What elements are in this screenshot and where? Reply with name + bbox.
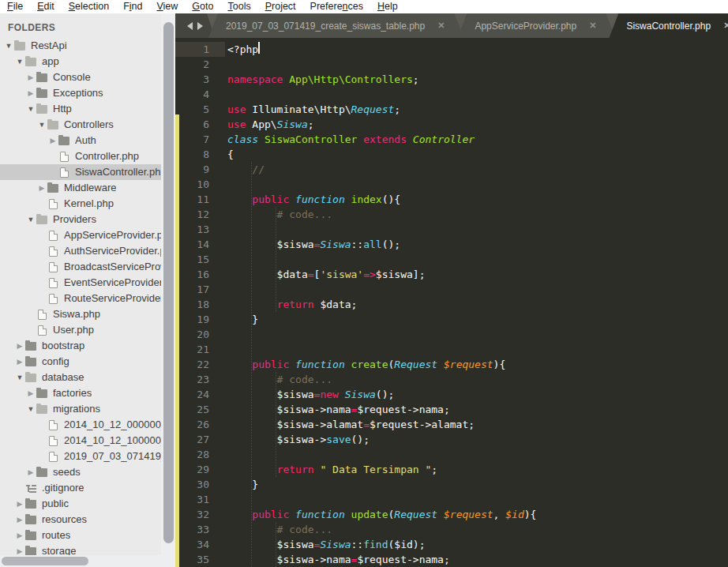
tree-expand-icon[interactable]: ▶	[14, 338, 25, 354]
tab-siswacontroller-php[interactable]: SiswaController.php✕	[609, 13, 728, 38]
code-line[interactable]: 21	[175, 342, 728, 357]
sidebar-file-siswacontroller-php[interactable]: SiswaController.php	[0, 164, 161, 180]
sidebar-folder-http[interactable]: ▼Http	[0, 101, 161, 117]
code-line[interactable]: 9 //	[175, 162, 728, 177]
menu-item-preferences[interactable]: Preferences	[303, 0, 370, 13]
menu-item-find[interactable]: Find	[116, 0, 149, 13]
code-line[interactable]: 4	[175, 87, 728, 102]
tab-scroll-left-icon[interactable]	[187, 22, 193, 30]
code-line[interactable]: 25 $siswa->nama=$request->nama;	[175, 402, 728, 417]
code-line[interactable]: 6use App\Siswa;	[175, 117, 728, 132]
sidebar-folder-bootstrap[interactable]: ▶bootstrap	[0, 338, 161, 354]
sidebar-file-appserviceprovider-php[interactable]: AppServiceProvider.php	[0, 227, 161, 243]
tab-2019-07-03-071419-create-siswas-table-php[interactable]: 2019_07_03_071419_create_siswas_table.ph…	[208, 13, 463, 38]
sidebar-folder-auth[interactable]: ▶Auth	[0, 133, 161, 148]
code-line[interactable]: 7class SiswaController extends Controlle…	[175, 132, 728, 147]
code-line[interactable]: 34 $siswa=Siswa::find($id);	[175, 537, 728, 552]
tree-collapse-icon[interactable]: ▼	[14, 54, 25, 69]
code-line[interactable]: 35 $siswa->nama=$request->nama;	[175, 552, 728, 567]
code-line[interactable]: 31	[175, 492, 728, 507]
code-line[interactable]: 18 return $data;	[175, 297, 728, 312]
sidebar-file-2014-10-12-100000-cre[interactable]: 2014_10_12_100000_cre	[0, 433, 161, 449]
sidebar-horizontal-scrollbar-track[interactable]	[0, 555, 161, 567]
code-line[interactable]: 17	[175, 282, 728, 297]
sidebar-file-2014-10-12-000000-cre[interactable]: 2014_10_12_000000_cre	[0, 417, 161, 433]
tree-expand-icon[interactable]: ▶	[25, 69, 36, 85]
sidebar-folder-config[interactable]: ▶config	[0, 354, 161, 370]
sidebar-folder-database[interactable]: ▼database	[0, 370, 161, 385]
code-line[interactable]: 12 # code...	[175, 207, 728, 222]
sidebar-folder-migrations[interactable]: ▼migrations	[0, 401, 161, 417]
sidebar-file-authserviceprovider-php[interactable]: AuthServiceProvider.php	[0, 243, 161, 259]
sidebar-file-siswa-php[interactable]: Siswa.php	[0, 306, 161, 322]
sidebar-file-eventserviceprovider-php[interactable]: EventServiceProvider.php	[0, 275, 161, 291]
sidebar-folder-console[interactable]: ▶Console	[0, 69, 161, 85]
sidebar-file-2019-07-03-071419-cre[interactable]: 2019_07_03_071419_cre	[0, 449, 161, 464]
sidebar-folder-app[interactable]: ▼app	[0, 54, 161, 69]
tree-expand-icon[interactable]: ▶	[25, 464, 36, 480]
code-line[interactable]: 15	[175, 252, 728, 267]
code-line[interactable]: 33 # code...	[175, 522, 728, 537]
sidebar-file-controller-php[interactable]: Controller.php	[0, 148, 161, 164]
menu-item-help[interactable]: Help	[370, 0, 405, 13]
tree-expand-icon[interactable]: ▶	[25, 385, 36, 401]
code-line[interactable]: 23 # code...	[175, 372, 728, 387]
sidebar-file-broadcastserviceprovider-php[interactable]: BroadcastServiceProvider.php	[0, 259, 161, 275]
tree-collapse-icon[interactable]: ▼	[25, 212, 36, 227]
tree-expand-icon[interactable]: ▶	[25, 85, 36, 101]
sidebar-file--gitignore[interactable]: .gitignore	[0, 480, 161, 496]
sidebar-folder-routes[interactable]: ▶routes	[0, 528, 161, 543]
tab-close-icon[interactable]: ✕	[723, 21, 728, 31]
tab-scroll-right-icon[interactable]	[197, 22, 203, 30]
sidebar-folder-seeds[interactable]: ▶seeds	[0, 464, 161, 480]
code-line[interactable]: 11 public function index(){	[175, 192, 728, 207]
sidebar-folder-exceptions[interactable]: ▶Exceptions	[0, 85, 161, 101]
menu-item-selection[interactable]: Selection	[62, 0, 116, 13]
tree-expand-icon[interactable]: ▶	[14, 496, 25, 512]
sidebar-folder-public[interactable]: ▶public	[0, 496, 161, 512]
sidebar-horizontal-scrollbar-thumb[interactable]	[2, 557, 88, 565]
menu-item-file[interactable]: File	[0, 0, 30, 13]
code-line[interactable]: 2	[175, 57, 728, 72]
code-line[interactable]: 19 }	[175, 312, 728, 327]
code-line[interactable]: 27 $siswa->save();	[175, 432, 728, 447]
sidebar-file-user-php[interactable]: User.php	[0, 322, 161, 338]
code-line[interactable]: 10	[175, 177, 728, 192]
tree-expand-icon[interactable]: ▶	[14, 528, 25, 543]
menu-item-view[interactable]: View	[149, 0, 185, 13]
tab-close-icon[interactable]: ✕	[589, 21, 596, 31]
sidebar-folder-controllers[interactable]: ▼Controllers	[0, 117, 161, 133]
sidebar-vertical-scrollbar-track[interactable]	[161, 13, 175, 567]
tree-collapse-icon[interactable]: ▼	[36, 117, 47, 133]
code-line[interactable]: 28	[175, 447, 728, 462]
sidebar-file-kernel-php[interactable]: Kernel.php	[0, 196, 161, 212]
code-line[interactable]: 1<?php	[175, 42, 728, 57]
sidebar-folder-middleware[interactable]: ▶Middleware	[0, 180, 161, 196]
code-editor[interactable]: 1<?php23namespace App\Http\Controllers;4…	[175, 38, 728, 567]
code-line[interactable]: 29 return " Data Tersimpan ";	[175, 462, 728, 477]
sidebar-folder-resources[interactable]: ▶resources	[0, 512, 161, 528]
menu-item-tools[interactable]: Tools	[220, 0, 257, 13]
sidebar-folder-factories[interactable]: ▶factories	[0, 385, 161, 401]
code-line[interactable]: 5use Illuminate\Http\Request;	[175, 102, 728, 117]
code-line[interactable]: 14 $siswa=Siswa::all();	[175, 237, 728, 252]
sidebar-folder-restapi[interactable]: ▼RestApi	[0, 38, 161, 54]
code-line[interactable]: 13	[175, 222, 728, 237]
tree-expand-icon[interactable]: ▶	[36, 180, 47, 196]
sidebar-vertical-scrollbar-thumb[interactable]	[163, 22, 174, 543]
code-line[interactable]: 16 $data=['siswa'=>$siswa];	[175, 267, 728, 282]
code-line[interactable]: 3namespace App\Http\Controllers;	[175, 72, 728, 87]
code-line[interactable]: 8{	[175, 147, 728, 162]
tab-close-icon[interactable]: ✕	[437, 21, 445, 31]
menu-item-edit[interactable]: Edit	[30, 0, 62, 13]
tree-collapse-icon[interactable]: ▼	[25, 401, 36, 417]
tree-expand-icon[interactable]: ▶	[14, 354, 25, 370]
tree-collapse-icon[interactable]: ▼	[14, 370, 25, 385]
tree-collapse-icon[interactable]: ▼	[3, 38, 14, 54]
code-line[interactable]: 30 }	[175, 477, 728, 492]
code-line[interactable]: 22 public function create(Request $reque…	[175, 357, 728, 372]
tab-appserviceprovider-php[interactable]: AppServiceProvider.php✕	[457, 13, 615, 38]
code-line[interactable]: 26 $siswa->alamat=$request->alamat;	[175, 417, 728, 432]
tree-expand-icon[interactable]: ▶	[14, 512, 25, 528]
menu-item-goto[interactable]: Goto	[185, 0, 220, 13]
